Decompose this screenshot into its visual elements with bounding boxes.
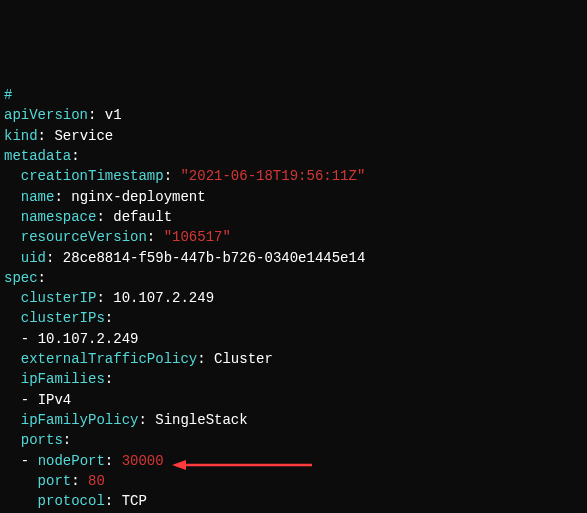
yaml-key: name	[21, 189, 55, 205]
yaml-value: 28ce8814-f59b-447b-b726-0340e1445e14	[63, 250, 365, 266]
yaml-list-item: 10.107.2.249	[38, 331, 139, 347]
yaml-key: port	[38, 473, 72, 489]
svg-marker-1	[172, 460, 186, 470]
yaml-key: clusterIP	[21, 290, 97, 306]
yaml-value: TCP	[122, 493, 147, 509]
yaml-key: namespace	[21, 209, 97, 225]
yaml-value: Cluster	[214, 351, 273, 367]
yaml-value: nginx-deployment	[71, 189, 205, 205]
yaml-key: ipFamilyPolicy	[21, 412, 139, 428]
yaml-key: metadata	[4, 148, 71, 164]
yaml-value: "106517"	[164, 229, 231, 245]
yaml-value: v1	[105, 107, 122, 123]
yaml-key: creationTimestamp	[21, 168, 164, 184]
yaml-key: kind	[4, 128, 38, 144]
yaml-key: clusterIPs	[21, 310, 105, 326]
yaml-key: apiVersion	[4, 107, 88, 123]
terminal-output: # apiVersion: v1 kind: Service metadata:…	[4, 85, 583, 513]
yaml-value: SingleStack	[155, 412, 247, 428]
yaml-key: ipFamilies	[21, 371, 105, 387]
yaml-value: default	[113, 209, 172, 225]
arrow-annotation-icon	[172, 458, 312, 472]
prompt-char: #	[4, 87, 12, 103]
yaml-key: spec	[4, 270, 38, 286]
yaml-key: externalTrafficPolicy	[21, 351, 197, 367]
yaml-key: protocol	[38, 493, 105, 509]
yaml-list-item: IPv4	[38, 392, 72, 408]
yaml-key-nodeport: nodePort	[38, 453, 105, 469]
yaml-key: uid	[21, 250, 46, 266]
yaml-value: 10.107.2.249	[113, 290, 214, 306]
yaml-value-nodeport: 30000	[122, 453, 164, 469]
yaml-key: resourceVersion	[21, 229, 147, 245]
yaml-value: 80	[88, 473, 105, 489]
yaml-key: ports	[21, 432, 63, 448]
yaml-value: Service	[54, 128, 113, 144]
yaml-value: "2021-06-18T19:56:11Z"	[180, 168, 365, 184]
